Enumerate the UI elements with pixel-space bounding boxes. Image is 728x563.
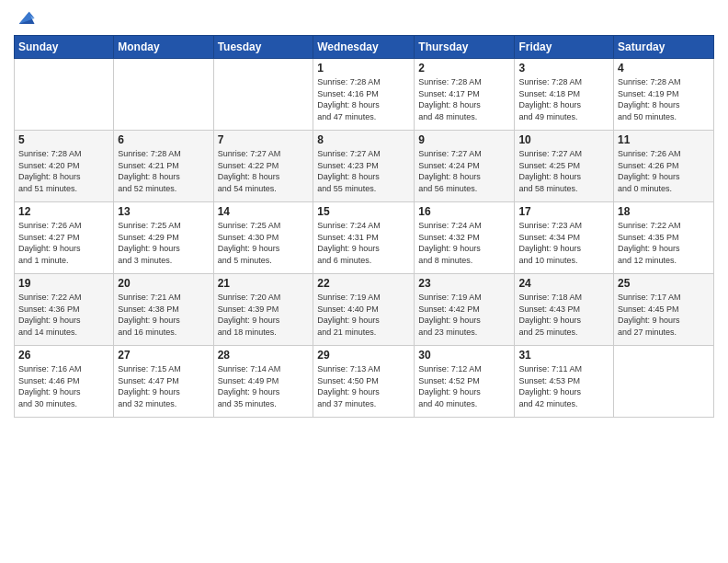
weekday-header-friday: Friday xyxy=(515,36,614,59)
day-number: 5 xyxy=(18,133,109,146)
day-info: Sunrise: 7:15 AM Sunset: 4:47 PM Dayligh… xyxy=(118,363,209,409)
calendar-cell: 5Sunrise: 7:28 AM Sunset: 4:20 PM Daylig… xyxy=(15,131,114,202)
day-info: Sunrise: 7:27 AM Sunset: 4:22 PM Dayligh… xyxy=(218,148,310,194)
calendar-cell: 16Sunrise: 7:24 AM Sunset: 4:32 PM Dayli… xyxy=(415,202,515,274)
logo-icon xyxy=(16,7,36,28)
day-number: 17 xyxy=(518,205,609,218)
day-number: 29 xyxy=(317,349,410,362)
day-info: Sunrise: 7:11 AM Sunset: 4:53 PM Dayligh… xyxy=(518,363,609,409)
calendar-cell: 1Sunrise: 7:28 AM Sunset: 4:16 PM Daylig… xyxy=(313,59,415,131)
calendar-week-row: 12Sunrise: 7:26 AM Sunset: 4:27 PM Dayli… xyxy=(15,202,714,274)
day-info: Sunrise: 7:13 AM Sunset: 4:50 PM Dayligh… xyxy=(317,363,410,409)
calendar-cell: 26Sunrise: 7:16 AM Sunset: 4:46 PM Dayli… xyxy=(15,346,114,418)
day-number: 18 xyxy=(618,205,710,218)
day-info: Sunrise: 7:27 AM Sunset: 4:24 PM Dayligh… xyxy=(418,148,510,194)
day-number: 6 xyxy=(118,133,209,146)
weekday-header-sunday: Sunday xyxy=(15,36,114,59)
day-info: Sunrise: 7:25 AM Sunset: 4:30 PM Dayligh… xyxy=(218,220,310,266)
day-info: Sunrise: 7:28 AM Sunset: 4:19 PM Dayligh… xyxy=(618,76,710,122)
day-number: 10 xyxy=(518,133,609,146)
calendar-cell: 9Sunrise: 7:27 AM Sunset: 4:24 PM Daylig… xyxy=(415,131,515,202)
weekday-header-wednesday: Wednesday xyxy=(313,36,415,59)
calendar-cell: 17Sunrise: 7:23 AM Sunset: 4:34 PM Dayli… xyxy=(515,202,614,274)
calendar-table: SundayMondayTuesdayWednesdayThursdayFrid… xyxy=(14,35,714,418)
weekday-header-thursday: Thursday xyxy=(415,36,515,59)
day-number: 30 xyxy=(418,349,510,362)
calendar-cell: 8Sunrise: 7:27 AM Sunset: 4:23 PM Daylig… xyxy=(313,131,415,202)
weekday-header-saturday: Saturday xyxy=(614,36,714,59)
calendar-cell xyxy=(114,59,213,131)
calendar-cell: 23Sunrise: 7:19 AM Sunset: 4:42 PM Dayli… xyxy=(415,274,515,346)
day-info: Sunrise: 7:28 AM Sunset: 4:16 PM Dayligh… xyxy=(317,76,410,122)
weekday-header-monday: Monday xyxy=(114,36,213,59)
calendar-cell: 15Sunrise: 7:24 AM Sunset: 4:31 PM Dayli… xyxy=(313,202,415,274)
day-number: 9 xyxy=(418,133,510,146)
day-number: 11 xyxy=(618,133,710,146)
calendar-week-row: 26Sunrise: 7:16 AM Sunset: 4:46 PM Dayli… xyxy=(15,346,714,418)
day-number: 25 xyxy=(618,277,710,290)
day-info: Sunrise: 7:24 AM Sunset: 4:31 PM Dayligh… xyxy=(317,220,410,266)
day-info: Sunrise: 7:17 AM Sunset: 4:45 PM Dayligh… xyxy=(618,292,710,338)
calendar-cell: 25Sunrise: 7:17 AM Sunset: 4:45 PM Dayli… xyxy=(614,274,714,346)
day-info: Sunrise: 7:28 AM Sunset: 4:21 PM Dayligh… xyxy=(118,148,209,194)
day-number: 23 xyxy=(418,277,510,290)
day-info: Sunrise: 7:14 AM Sunset: 4:49 PM Dayligh… xyxy=(218,363,310,409)
day-number: 28 xyxy=(218,349,310,362)
calendar-cell: 7Sunrise: 7:27 AM Sunset: 4:22 PM Daylig… xyxy=(213,131,313,202)
calendar-cell: 20Sunrise: 7:21 AM Sunset: 4:38 PM Dayli… xyxy=(114,274,213,346)
day-number: 22 xyxy=(317,277,410,290)
day-info: Sunrise: 7:19 AM Sunset: 4:42 PM Dayligh… xyxy=(418,292,510,338)
page: SundayMondayTuesdayWednesdayThursdayFrid… xyxy=(0,0,728,563)
day-number: 16 xyxy=(418,205,510,218)
day-info: Sunrise: 7:28 AM Sunset: 4:18 PM Dayligh… xyxy=(518,76,609,122)
calendar-week-row: 1Sunrise: 7:28 AM Sunset: 4:16 PM Daylig… xyxy=(15,59,714,131)
logo xyxy=(14,9,36,28)
day-info: Sunrise: 7:16 AM Sunset: 4:46 PM Dayligh… xyxy=(18,363,109,409)
header xyxy=(14,9,714,28)
calendar-cell xyxy=(614,346,714,418)
day-number: 24 xyxy=(518,277,609,290)
calendar-cell xyxy=(15,59,114,131)
calendar-cell: 18Sunrise: 7:22 AM Sunset: 4:35 PM Dayli… xyxy=(614,202,714,274)
day-info: Sunrise: 7:18 AM Sunset: 4:43 PM Dayligh… xyxy=(518,292,609,338)
day-info: Sunrise: 7:23 AM Sunset: 4:34 PM Dayligh… xyxy=(518,220,609,266)
day-number: 13 xyxy=(118,205,209,218)
day-info: Sunrise: 7:21 AM Sunset: 4:38 PM Dayligh… xyxy=(118,292,209,338)
day-info: Sunrise: 7:19 AM Sunset: 4:40 PM Dayligh… xyxy=(317,292,410,338)
day-info: Sunrise: 7:25 AM Sunset: 4:29 PM Dayligh… xyxy=(118,220,209,266)
day-number: 31 xyxy=(518,349,609,362)
day-number: 14 xyxy=(218,205,310,218)
calendar-cell: 6Sunrise: 7:28 AM Sunset: 4:21 PM Daylig… xyxy=(114,131,213,202)
calendar-cell: 30Sunrise: 7:12 AM Sunset: 4:52 PM Dayli… xyxy=(415,346,515,418)
calendar-cell: 12Sunrise: 7:26 AM Sunset: 4:27 PM Dayli… xyxy=(15,202,114,274)
day-info: Sunrise: 7:22 AM Sunset: 4:35 PM Dayligh… xyxy=(618,220,710,266)
day-number: 2 xyxy=(418,62,510,75)
calendar-cell xyxy=(213,59,313,131)
calendar-cell: 11Sunrise: 7:26 AM Sunset: 4:26 PM Dayli… xyxy=(614,131,714,202)
day-number: 19 xyxy=(18,277,109,290)
day-number: 8 xyxy=(317,133,410,146)
day-info: Sunrise: 7:28 AM Sunset: 4:17 PM Dayligh… xyxy=(418,76,510,122)
calendar-week-row: 19Sunrise: 7:22 AM Sunset: 4:36 PM Dayli… xyxy=(15,274,714,346)
day-number: 21 xyxy=(218,277,310,290)
day-info: Sunrise: 7:12 AM Sunset: 4:52 PM Dayligh… xyxy=(418,363,510,409)
calendar-cell: 21Sunrise: 7:20 AM Sunset: 4:39 PM Dayli… xyxy=(213,274,313,346)
day-number: 4 xyxy=(618,62,710,75)
calendar-cell: 29Sunrise: 7:13 AM Sunset: 4:50 PM Dayli… xyxy=(313,346,415,418)
calendar-cell: 24Sunrise: 7:18 AM Sunset: 4:43 PM Dayli… xyxy=(515,274,614,346)
day-number: 7 xyxy=(218,133,310,146)
calendar-cell: 28Sunrise: 7:14 AM Sunset: 4:49 PM Dayli… xyxy=(213,346,313,418)
day-number: 26 xyxy=(18,349,109,362)
day-info: Sunrise: 7:20 AM Sunset: 4:39 PM Dayligh… xyxy=(218,292,310,338)
calendar-cell: 14Sunrise: 7:25 AM Sunset: 4:30 PM Dayli… xyxy=(213,202,313,274)
calendar-cell: 3Sunrise: 7:28 AM Sunset: 4:18 PM Daylig… xyxy=(515,59,614,131)
calendar-cell: 19Sunrise: 7:22 AM Sunset: 4:36 PM Dayli… xyxy=(15,274,114,346)
day-number: 20 xyxy=(118,277,209,290)
day-info: Sunrise: 7:22 AM Sunset: 4:36 PM Dayligh… xyxy=(18,292,109,338)
calendar-cell: 2Sunrise: 7:28 AM Sunset: 4:17 PM Daylig… xyxy=(415,59,515,131)
day-info: Sunrise: 7:24 AM Sunset: 4:32 PM Dayligh… xyxy=(418,220,510,266)
day-info: Sunrise: 7:26 AM Sunset: 4:26 PM Dayligh… xyxy=(618,148,710,194)
calendar-cell: 13Sunrise: 7:25 AM Sunset: 4:29 PM Dayli… xyxy=(114,202,213,274)
day-number: 12 xyxy=(18,205,109,218)
calendar-week-row: 5Sunrise: 7:28 AM Sunset: 4:20 PM Daylig… xyxy=(15,131,714,202)
